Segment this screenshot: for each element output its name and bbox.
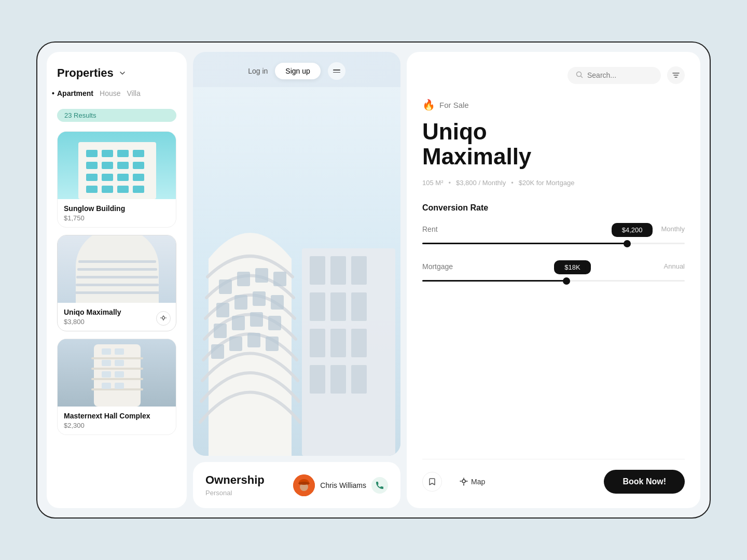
filter-tabs: Apartment House Villa (57, 88, 176, 99)
svg-rect-5 (133, 150, 144, 157)
flame-icon: 🔥 (422, 99, 435, 111)
svg-point-73 (298, 482, 310, 485)
svg-rect-66 (211, 344, 224, 359)
mortgage-unit: Annual (664, 262, 685, 270)
svg-point-75 (462, 480, 465, 483)
owner-info: Chris Williams (293, 474, 388, 496)
meta-dot-1: • (448, 179, 451, 187)
property-image-masternext (58, 339, 176, 407)
main-building-svg (198, 186, 395, 456)
search-input[interactable] (587, 71, 653, 79)
list-item[interactable]: Uniqo Maximally $3,800 (57, 235, 176, 331)
svg-rect-40 (115, 383, 124, 389)
phone-icon[interactable] (371, 477, 388, 494)
svg-rect-31 (91, 378, 143, 380)
mortgage-track (422, 280, 685, 282)
signup-button[interactable]: Sign up (275, 63, 320, 79)
ownership-type: Personal (205, 489, 265, 497)
search-box[interactable] (568, 67, 661, 84)
for-sale-badge: 🔥 For Sale (422, 99, 685, 111)
svg-rect-7 (102, 162, 113, 169)
svg-rect-56 (255, 268, 268, 283)
svg-rect-39 (102, 383, 111, 389)
chevron-down-icon[interactable] (118, 68, 127, 78)
middle-top-card: Log in Sign up (193, 52, 400, 456)
svg-rect-10 (86, 174, 98, 181)
location-icon[interactable] (156, 311, 171, 326)
svg-rect-58 (216, 303, 229, 317)
svg-rect-37 (102, 371, 111, 377)
property-name: Sunglow Building (64, 204, 170, 213)
meta-mortgage: $20K for Mortgage (519, 179, 575, 187)
svg-rect-34 (115, 348, 124, 355)
svg-rect-24 (76, 284, 159, 286)
svg-point-26 (162, 317, 165, 319)
rent-value: $4,200 (617, 225, 648, 235)
tab-house[interactable]: House (100, 88, 120, 99)
ownership-label: Ownership (205, 473, 265, 487)
bookmark-button[interactable] (422, 472, 442, 492)
rent-label: Rent (422, 225, 438, 233)
svg-rect-64 (250, 312, 263, 327)
svg-rect-48 (310, 329, 325, 357)
property-name: Masternext Hall Complex (64, 412, 170, 420)
ownership-card: Ownership Personal Chris W (193, 462, 400, 508)
property-list: Sunglow Building $1,750 (57, 131, 176, 435)
mortgage-fill (422, 280, 566, 282)
property-image-uniqo (58, 235, 176, 303)
menu-button[interactable] (328, 62, 345, 80)
svg-rect-44 (351, 256, 367, 285)
rent-thumb[interactable] (624, 240, 631, 247)
properties-header: Properties (57, 66, 176, 80)
svg-rect-25 (75, 291, 159, 294)
svg-rect-8 (117, 162, 129, 169)
svg-rect-38 (115, 371, 124, 377)
property-name: Uniqo Maximally (64, 308, 170, 316)
svg-rect-57 (273, 272, 286, 286)
search-icon (576, 71, 583, 80)
svg-rect-13 (133, 174, 144, 181)
properties-title: Properties (57, 66, 114, 80)
filter-icon[interactable] (667, 66, 685, 84)
mortgage-track-container: $18K (422, 275, 685, 287)
svg-rect-62 (214, 324, 227, 338)
svg-rect-4 (117, 150, 129, 157)
map-label: Map (471, 478, 485, 486)
middle-nav: Log in Sign up (193, 52, 400, 87)
svg-rect-21 (78, 260, 156, 263)
svg-rect-65 (268, 316, 281, 330)
mortgage-value: $18K (559, 262, 585, 273)
device-frame: Properties Apartment House Villa 23 Resu… (36, 41, 711, 519)
svg-rect-23 (76, 276, 158, 278)
list-item[interactable]: Sunglow Building $1,750 (57, 131, 176, 228)
rent-unit: Monthly (661, 225, 685, 233)
meta-dot-2: • (511, 179, 514, 187)
book-now-button[interactable]: Book Now! (604, 470, 685, 494)
property-title: Uniqo Maximally (422, 119, 685, 170)
mortgage-label-row: Mortgage Annual (422, 262, 685, 271)
svg-rect-35 (102, 360, 111, 366)
svg-rect-68 (247, 333, 260, 347)
property-title-line1: Uniqo (422, 119, 685, 144)
login-button[interactable]: Log in (248, 67, 268, 75)
conversion-section: Conversion Rate Rent Monthly $4,200 (422, 203, 685, 300)
tab-villa[interactable]: Villa (127, 88, 140, 99)
svg-rect-47 (351, 292, 367, 321)
rent-fill (422, 243, 627, 244)
list-item[interactable]: Masternext Hall Complex $2,300 (57, 339, 176, 435)
main-building-display (193, 87, 400, 456)
svg-rect-67 (229, 337, 242, 351)
svg-rect-43 (330, 256, 346, 285)
svg-rect-14 (86, 186, 98, 193)
property-price: $1,750 (64, 214, 170, 222)
svg-rect-33 (102, 348, 111, 355)
map-button[interactable]: Map (450, 472, 494, 491)
svg-rect-45 (310, 292, 325, 321)
mortgage-slider-row: Mortgage Annual $18K (422, 262, 685, 287)
mortgage-thumb[interactable] (563, 277, 570, 285)
tab-apartment[interactable]: Apartment (57, 88, 93, 99)
svg-rect-2 (86, 150, 98, 157)
property-image-sunglow (58, 132, 176, 199)
owner-name: Chris Williams (320, 481, 366, 489)
property-meta: 105 M² • $3,800 / Monthly • $20K for Mor… (422, 179, 685, 187)
